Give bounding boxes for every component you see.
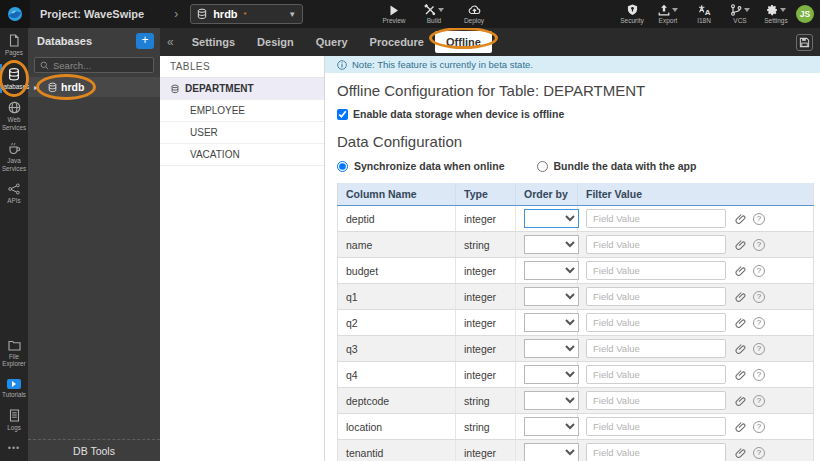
- export-button[interactable]: Export: [656, 4, 680, 24]
- column-name-cell: deptcode: [338, 388, 456, 414]
- add-database-button[interactable]: +: [136, 33, 154, 49]
- selected-database-label: hrdb: [213, 8, 237, 20]
- sidebar-item-tutorials[interactable]: Tutorials: [0, 373, 28, 404]
- bind-field-paperclip-icon[interactable]: [735, 447, 746, 459]
- tab-query[interactable]: Query: [305, 31, 359, 53]
- bind-field-paperclip-icon[interactable]: [735, 213, 746, 225]
- order-by-select[interactable]: [524, 287, 579, 306]
- bind-field-paperclip-icon[interactable]: [735, 421, 746, 433]
- breadcrumb-chevron-icon: ›: [174, 7, 178, 21]
- filter-value-input[interactable]: [586, 261, 726, 280]
- database-item-hrdb[interactable]: ▸ hrdb: [28, 77, 160, 97]
- filter-value-input[interactable]: [586, 417, 726, 436]
- order-by-select[interactable]: [524, 417, 579, 436]
- filter-value-input[interactable]: [586, 313, 726, 332]
- help-icon[interactable]: ?: [753, 291, 765, 303]
- bind-field-paperclip-icon[interactable]: [735, 317, 746, 329]
- order-by-select[interactable]: [524, 261, 579, 280]
- bind-field-paperclip-icon[interactable]: [735, 265, 746, 277]
- settings-button[interactable]: Settings: [764, 4, 788, 24]
- bind-field-paperclip-icon[interactable]: [735, 343, 746, 355]
- more-options-button[interactable]: •••: [0, 437, 28, 461]
- sidebar-spacer: [0, 210, 28, 334]
- filter-value-input[interactable]: [586, 391, 726, 410]
- help-icon[interactable]: ?: [753, 343, 765, 355]
- bind-field-paperclip-icon[interactable]: [735, 395, 746, 407]
- tables-list-panel: TABLES DEPARTMENT EMPLOYEE USER VACATION: [160, 56, 325, 461]
- order-by-select[interactable]: [524, 235, 579, 254]
- order-by-select[interactable]: [524, 339, 579, 358]
- order-by-select[interactable]: [524, 313, 579, 332]
- table-row: name string ?: [338, 232, 814, 258]
- column-type-cell: integer: [456, 206, 516, 232]
- help-icon[interactable]: ?: [753, 317, 765, 329]
- bundle-radio-label: Bundle the data with the app: [554, 160, 697, 172]
- bind-field-paperclip-icon[interactable]: [735, 369, 746, 381]
- search-input[interactable]: [53, 60, 148, 71]
- tab-settings[interactable]: Settings: [181, 31, 246, 53]
- table-row: q3 integer ?: [338, 336, 814, 362]
- help-icon[interactable]: ?: [753, 239, 765, 251]
- sidebar-item-web-services[interactable]: Web Services: [0, 95, 28, 136]
- sidebar-item-file-explorer[interactable]: File Explorer: [0, 334, 28, 373]
- database-selector-dropdown[interactable]: hrdb* ▼: [190, 4, 303, 24]
- filter-value-input[interactable]: [586, 209, 726, 228]
- filter-value-input[interactable]: [586, 365, 726, 384]
- config-table-body: deptid integer ? name string ?: [338, 206, 814, 461]
- table-item-user[interactable]: USER: [160, 122, 324, 144]
- db-tools-button[interactable]: DB Tools: [28, 439, 160, 461]
- tab-offline[interactable]: Offline: [435, 31, 492, 53]
- help-icon[interactable]: ?: [753, 369, 765, 381]
- save-button[interactable]: [796, 34, 813, 51]
- help-icon[interactable]: ?: [753, 213, 765, 225]
- sidebar-item-logs[interactable]: Logs: [0, 403, 28, 437]
- unsaved-marker: *: [244, 10, 247, 19]
- tab-design[interactable]: Design: [246, 31, 305, 53]
- offline-columns-table: Column Name Type Order by Filter Value d…: [337, 183, 814, 461]
- order-by-select[interactable]: [524, 209, 579, 228]
- table-item-department[interactable]: DEPARTMENT: [160, 78, 324, 100]
- bind-field-paperclip-icon[interactable]: [735, 291, 746, 303]
- project-title: Project: WaveSwipe: [40, 8, 144, 20]
- vcs-branch-icon: [730, 4, 750, 16]
- table-row: tenantid integer ?: [338, 440, 814, 461]
- filter-value-input[interactable]: [586, 339, 726, 358]
- order-by-select[interactable]: [524, 365, 579, 384]
- enable-offline-checkbox[interactable]: [337, 109, 348, 120]
- sidebar-item-databases[interactable]: Databases: [0, 62, 28, 96]
- sidebar-item-java-services[interactable]: Java Services: [0, 136, 28, 177]
- preview-button[interactable]: Preview: [382, 4, 406, 24]
- filter-value-input[interactable]: [586, 235, 726, 254]
- bind-field-paperclip-icon[interactable]: [735, 239, 746, 251]
- tab-procedure[interactable]: Procedure: [359, 31, 435, 53]
- bundle-radio[interactable]: [537, 161, 548, 172]
- sidebar-item-pages[interactable]: Pages: [0, 28, 28, 62]
- filter-value-input[interactable]: [586, 443, 726, 461]
- security-button[interactable]: Security: [620, 4, 644, 24]
- order-by-select[interactable]: [524, 391, 579, 410]
- user-avatar[interactable]: JS: [796, 5, 814, 23]
- app-logo[interactable]: [0, 0, 30, 28]
- build-button[interactable]: Build: [422, 4, 446, 24]
- expand-caret-icon[interactable]: ▸: [34, 83, 38, 92]
- help-icon[interactable]: ?: [753, 265, 765, 277]
- caret-down-icon: [438, 8, 444, 12]
- deploy-cloud-icon: [468, 4, 481, 16]
- deploy-button[interactable]: Deploy: [462, 4, 486, 24]
- table-item-employee[interactable]: EMPLOYEE: [160, 100, 324, 122]
- help-icon[interactable]: ?: [753, 421, 765, 433]
- collapse-panel-button[interactable]: «: [160, 35, 181, 49]
- vcs-button[interactable]: VCS: [728, 4, 752, 24]
- synchronize-radio[interactable]: [337, 161, 348, 172]
- column-type-cell: integer: [456, 336, 516, 362]
- table-icon: [171, 84, 179, 94]
- sidebar-item-apis[interactable]: APIs: [0, 177, 28, 210]
- order-by-select[interactable]: [524, 443, 579, 461]
- help-icon[interactable]: ?: [753, 395, 765, 407]
- table-item-vacation[interactable]: VACATION: [160, 144, 324, 166]
- filter-value-input[interactable]: [586, 287, 726, 306]
- database-search-box[interactable]: [34, 57, 154, 73]
- databases-panel-title: Databases: [37, 35, 92, 47]
- help-icon[interactable]: ?: [753, 447, 765, 459]
- i18n-button[interactable]: A I18N: [692, 4, 716, 24]
